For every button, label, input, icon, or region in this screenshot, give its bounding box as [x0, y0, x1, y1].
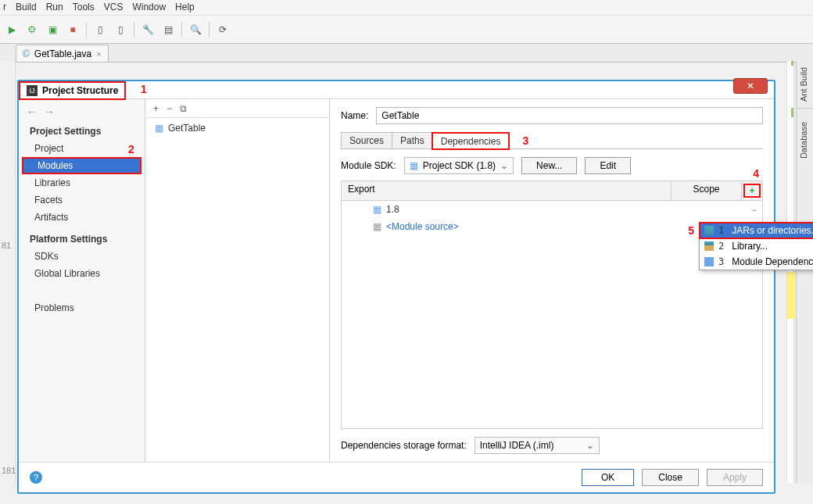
module-folder-icon: ▦ — [155, 123, 163, 134]
sidebar-item-facets[interactable]: Facets — [19, 191, 145, 209]
annotation-3: 3 — [522, 134, 528, 147]
sdk-icon: ▦ — [410, 160, 418, 171]
sidebar-item-project[interactable]: Project — [19, 140, 145, 157]
module-detail-panel: Name: Sources Paths Dependencies 3 Modul… — [330, 99, 774, 462]
section-heading: Platform Settings — [19, 231, 145, 248]
run-icon[interactable]: ▶ — [5, 23, 19, 37]
annotation-4: 4 — [753, 167, 759, 180]
module-tabs: Sources Paths Dependencies 3 — [341, 132, 763, 149]
editor-tab-gettable[interactable]: © GetTable.java × — [16, 45, 109, 62]
nav-back-icon[interactable]: ← — [27, 105, 38, 118]
sdk-combo[interactable]: ▦ Project SDK (1.8) ⌄ — [404, 157, 514, 174]
main-toolbar: ▶ ⯐ ▣ ■ ▯ ▯ 🔧 ▤ 🔍 ⟳ — [0, 16, 813, 44]
menu-help[interactable]: Help — [175, 2, 195, 13]
menu-vcs[interactable]: VCS — [104, 2, 124, 13]
dialog-footer: ? OK Close Apply — [19, 462, 774, 492]
close-tab-icon[interactable]: × — [96, 49, 101, 59]
name-label: Name: — [341, 110, 368, 121]
dialog-close-button[interactable]: ✕ — [733, 78, 768, 94]
storage-value: IntelliJ IDEA (.iml) — [480, 440, 554, 451]
ij-icon: IJ — [27, 85, 38, 96]
wrench-icon[interactable]: 🔧 — [141, 23, 155, 37]
module-source-icon: ▦ — [373, 221, 381, 232]
section-heading: Project Settings — [19, 123, 145, 140]
popup-label: Library... — [732, 241, 768, 252]
module-tree-item[interactable]: ▦ GetTable — [145, 118, 329, 138]
dep-row-label[interactable]: 1.8 — [386, 204, 399, 215]
col-export: Export — [342, 181, 672, 200]
chevron-down-icon: ⌄ — [586, 440, 594, 451]
separator — [134, 22, 134, 38]
separator — [209, 22, 210, 38]
module-name-input[interactable] — [376, 107, 763, 124]
new-sdk-button[interactable]: New... — [521, 157, 577, 174]
scroll-stripe — [786, 61, 794, 483]
layout-icon[interactable]: ▯ — [93, 23, 107, 37]
add-module-icon[interactable]: + — [153, 103, 159, 114]
annotation-2: 2 — [128, 143, 134, 155]
update-icon[interactable]: ⟳ — [216, 23, 230, 37]
storage-format-combo[interactable]: IntelliJ IDEA (.iml) ⌄ — [475, 437, 600, 454]
popup-num: 2 — [718, 241, 724, 252]
editor-tab-label: GetTable.java — [34, 48, 91, 59]
tab-paths[interactable]: Paths — [392, 132, 433, 148]
sidebar-item-artifacts[interactable]: Artifacts — [19, 209, 145, 226]
database-tab[interactable]: Database — [797, 116, 811, 165]
tab-dependencies[interactable]: Dependencies — [432, 133, 510, 149]
sidebar-item-modules[interactable]: Modules — [22, 157, 141, 174]
module-dep-icon — [704, 257, 714, 266]
tab-sources[interactable]: Sources — [341, 132, 392, 148]
menu-run[interactable]: Run — [46, 2, 63, 13]
structure-icon[interactable]: ▤ — [161, 23, 175, 37]
edit-sdk-button[interactable]: Edit — [585, 157, 631, 174]
line-number: 81 — [2, 241, 11, 250]
separator — [86, 22, 87, 38]
modules-tree-panel: + − ⧉ ▦ GetTable — [145, 99, 330, 462]
layout2-icon[interactable]: ▯ — [113, 23, 127, 37]
debug-icon[interactable]: ⯐ — [25, 23, 39, 37]
storage-label: Dependencies storage format: — [341, 440, 467, 451]
sidebar-item-global-libraries[interactable]: Global Libraries — [19, 265, 145, 282]
sdk-label: Module SDK: — [341, 160, 396, 171]
remove-module-icon[interactable]: − — [167, 103, 172, 114]
coverage-icon[interactable]: ▣ — [45, 23, 59, 37]
plus-icon: + — [743, 184, 761, 198]
editor-tabs: © GetTable.java × — [0, 44, 813, 63]
right-dock: Ant Build Database — [796, 61, 813, 483]
dialog-title: IJ Project Structure — [19, 81, 126, 100]
popup-module-dep[interactable]: 3 Module Dependency... — [700, 254, 813, 270]
dialog-title-text: Project Structure — [42, 85, 118, 96]
stop-icon[interactable]: ■ — [66, 23, 80, 37]
main-menu[interactable]: r Build Run Tools VCS Window Help — [0, 0, 813, 16]
menu-window[interactable]: Window — [132, 2, 166, 13]
sdk-value: Project SDK (1.8) — [423, 160, 496, 171]
dep-row-label[interactable]: <Module source> — [386, 221, 459, 232]
popup-library[interactable]: 2 Library... — [700, 238, 813, 254]
menu-tools[interactable]: Tools — [73, 2, 95, 13]
add-dependency-popup: 1 JARs or directories... 2 Library... 3 … — [699, 222, 813, 270]
help-icon[interactable]: ? — [30, 471, 42, 484]
popup-label: JARs or directories... — [732, 225, 813, 236]
ant-build-tab[interactable]: Ant Build — [797, 61, 811, 108]
col-scope: Scope — [672, 181, 742, 200]
close-button[interactable]: Close — [642, 469, 699, 486]
popup-label: Module Dependency... — [732, 256, 813, 267]
search-icon[interactable]: 🔍 — [188, 23, 202, 37]
separator — [181, 22, 182, 38]
sidebar-item-libraries[interactable]: Libraries — [19, 174, 145, 191]
popup-num: 1 — [718, 225, 724, 236]
sidebar-item-problems[interactable]: Problems — [19, 299, 145, 316]
popup-jars[interactable]: 1 JARs or directories... — [700, 223, 813, 238]
apply-button[interactable]: Apply — [707, 469, 763, 486]
java-file-icon: © — [23, 48, 30, 59]
menu-build[interactable]: Build — [16, 2, 37, 13]
menu-item[interactable]: r — [3, 2, 6, 13]
dependencies-table: 4 Export Scope + ▦ 1.8 ▦ <Module source>… — [341, 181, 763, 429]
sidebar-item-sdks[interactable]: SDKs — [19, 248, 145, 265]
annotation-1: 1 — [141, 83, 147, 95]
ok-button[interactable]: OK — [582, 469, 634, 486]
remove-dependency-icon[interactable]: − — [751, 205, 759, 216]
add-dependency-button[interactable]: + — [742, 181, 762, 200]
nav-forward-icon[interactable]: → — [44, 105, 55, 118]
copy-module-icon[interactable]: ⧉ — [180, 103, 187, 114]
